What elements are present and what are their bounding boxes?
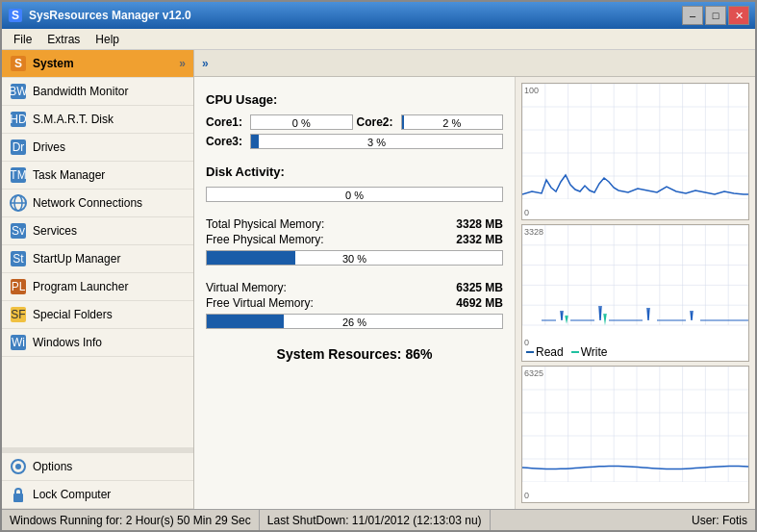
svg-text:Wi: Wi [12, 336, 25, 349]
content-area: » CPU Usage: Core1: 0 % [194, 50, 755, 509]
window-controls: – □ ✕ [682, 6, 749, 25]
cpu-section-title: CPU Usage: [206, 92, 503, 107]
core2-label: Core2: [357, 115, 397, 129]
minimize-button[interactable]: – [682, 6, 703, 25]
svg-text:HD: HD [10, 113, 27, 126]
cpu-chart: 100 0 [521, 83, 749, 220]
total-virtual-row: Virtual Memory: 6325 MB [206, 281, 503, 294]
svg-text:Sv: Sv [12, 224, 25, 238]
total-physical-row: Total Physical Memory: 3328 MB [206, 217, 503, 231]
main-area: S System » BW Bandwidth Monitor HD S.M.A… [2, 50, 755, 509]
virtual-memory-bar: 26 % [206, 314, 503, 329]
mem-chart-container: 6325 0 [521, 366, 749, 503]
system-resources: System Resources: 86% [206, 341, 503, 367]
main-window: S SysResources Manager v12.0 – □ ✕ File … [0, 0, 757, 532]
sidebar: S System » BW Bandwidth Monitor HD S.M.A… [2, 50, 194, 509]
write-legend-color [571, 351, 579, 353]
core3-label: Core3: [206, 135, 246, 148]
metrics-panel: CPU Usage: Core1: 0 % Core2: [194, 77, 515, 509]
cpu-chart-min: 0 [524, 208, 529, 217]
cpu-grid: Core1: 0 % Core2: 2 % [206, 114, 503, 149]
disk-chart-max: 3328 [524, 227, 543, 237]
svg-text:BW: BW [10, 85, 27, 98]
sidebar-item-wininfo[interactable]: Wi Windows Info [2, 329, 193, 357]
free-physical-value: 2332 MB [456, 233, 503, 246]
status-bar: Windows Running for: 2 Hour(s) 50 Min 29… [2, 509, 755, 530]
total-virtual-label: Virtual Memory: [206, 281, 287, 294]
total-physical-label: Total Physical Memory: [206, 217, 324, 231]
disk-legend-read: Read [526, 345, 564, 359]
free-virtual-label: Free Virtual Memory: [206, 296, 314, 310]
cpu-chart-container: 100 0 [521, 83, 749, 220]
core1-bar: 0 % [250, 114, 353, 130]
status-shutdown: Last ShutDown: 11/01/2012 (12:13:03 nu) [260, 510, 491, 530]
sidebar-item-task[interactable]: TM Task Manager [2, 162, 193, 190]
disk-chart: 3328 0 Read Write [521, 224, 749, 362]
content-body: CPU Usage: Core1: 0 % Core2: [194, 77, 755, 509]
sidebar-item-launcher[interactable]: PL Program Launcher [2, 273, 193, 301]
content-header: » [194, 50, 755, 77]
virtual-memory-bar-text: 26 % [207, 315, 502, 330]
core3-bar: 3 % [250, 134, 503, 149]
nav-arrows: » [202, 57, 209, 70]
sidebar-spacer [2, 357, 193, 447]
arrow-icon: » [179, 57, 186, 70]
core3-bar-text: 3 % [251, 135, 502, 150]
core2-item: Core2: 2 % [357, 114, 504, 130]
physical-memory-bar: 30 % [206, 250, 503, 266]
core3-item: Core3: 3 % [206, 134, 503, 149]
disk-section: Disk Activity: 0 % [206, 165, 503, 202]
sidebar-item-bandwidth[interactable]: BW Bandwidth Monitor [2, 78, 193, 106]
sidebar-item-drives[interactable]: Dr Drives [2, 134, 193, 162]
physical-memory-bar-text: 30 % [207, 251, 502, 266]
disk-bar-text: 0 % [207, 188, 502, 203]
svg-text:SF: SF [11, 308, 25, 321]
app-icon: S [8, 8, 23, 23]
read-legend-color [526, 351, 534, 353]
menu-extras[interactable]: Extras [39, 31, 88, 48]
sidebar-item-system[interactable]: S System » [2, 50, 193, 78]
svg-text:TM: TM [10, 168, 26, 182]
svg-text:S: S [14, 57, 22, 70]
svg-text:S: S [12, 9, 19, 22]
disk-chart-container: 3328 0 Read Write [521, 224, 749, 362]
charts-panel: 100 0 3328 0 [515, 77, 755, 509]
sidebar-item-network[interactable]: Network Connections [2, 190, 193, 217]
total-physical-value: 3328 MB [456, 217, 503, 231]
sidebar-item-services[interactable]: Sv Services [2, 217, 193, 245]
mem-chart-max: 6325 [524, 368, 543, 378]
sidebar-item-options[interactable]: Options [2, 453, 193, 481]
menu-help[interactable]: Help [88, 31, 127, 48]
menu-bar: File Extras Help [2, 29, 755, 50]
virtual-memory-section: Virtual Memory: 6325 MB Free Virtual Mem… [206, 281, 503, 329]
core2-bar: 2 % [401, 114, 504, 130]
sidebar-item-lock[interactable]: Lock Computer [2, 481, 193, 509]
close-button[interactable]: ✕ [728, 6, 749, 25]
status-running: Windows Running for: 2 Hour(s) 50 Min 29… [2, 510, 260, 530]
svg-text:PL: PL [12, 280, 26, 293]
core1-bar-text: 0 % [251, 115, 352, 131]
window-title: SysResources Manager v12.0 [29, 9, 682, 22]
menu-file[interactable]: File [6, 31, 39, 48]
mem-chart: 6325 0 [521, 366, 749, 503]
status-user: User: Fotis [684, 510, 755, 530]
mem-chart-min: 0 [524, 491, 529, 500]
disk-title: Disk Activity: [206, 165, 503, 179]
svg-text:Dr: Dr [13, 140, 25, 154]
free-virtual-value: 4692 MB [456, 296, 503, 310]
disk-legend-write: Write [571, 345, 608, 359]
svg-rect-27 [13, 494, 23, 502]
core1-item: Core1: 0 % [206, 114, 353, 130]
free-physical-label: Free Physical Memory: [206, 233, 324, 246]
total-virtual-value: 6325 MB [456, 281, 503, 294]
sidebar-item-smart[interactable]: HD S.M.A.R.T. Disk [2, 106, 193, 134]
core1-label: Core1: [206, 115, 246, 129]
maximize-button[interactable]: □ [705, 6, 726, 25]
sidebar-item-startup[interactable]: St StartUp Manager [2, 245, 193, 273]
disk-bar: 0 % [206, 187, 503, 202]
sidebar-item-special[interactable]: SF Special Folders [2, 301, 193, 329]
svg-text:St: St [13, 252, 24, 266]
free-virtual-row: Free Virtual Memory: 4692 MB [206, 296, 503, 310]
physical-memory-section: Total Physical Memory: 3328 MB Free Phys… [206, 217, 503, 266]
free-physical-row: Free Physical Memory: 2332 MB [206, 233, 503, 246]
